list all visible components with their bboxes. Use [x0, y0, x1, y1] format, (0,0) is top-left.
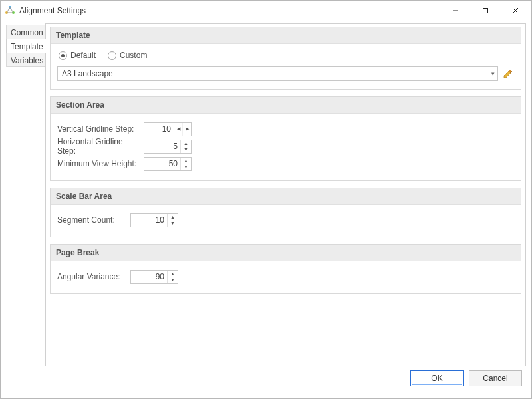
row-vertical-gridline-step: Vertical Gridline Step: 10 ◀ ▶ [57, 120, 514, 138]
edit-template-icon[interactable] [502, 68, 514, 80]
vertical-spinner: ▲ ▼ [167, 214, 178, 227]
dialog-window: Alignment Settings Common Template Varia… [0, 0, 532, 399]
window-title: Alignment Settings [19, 6, 440, 15]
group-template: Template Default Custom [50, 27, 521, 90]
field-value: 10 [144, 124, 174, 134]
group-body: Vertical Gridline Step: 10 ◀ ▶ [51, 114, 521, 180]
spin-right-icon[interactable]: ▶ [182, 123, 191, 136]
svg-line-4 [10, 7, 13, 13]
group-body: Segment Count: 10 ▲ ▼ [51, 205, 521, 237]
row-minimum-view-height: Minimum View Height: 50 ▲ ▼ [57, 155, 514, 172]
cancel-button[interactable]: Cancel [469, 370, 522, 386]
angular-variance-input[interactable]: 90 ▲ ▼ [130, 270, 178, 284]
spin-up-icon[interactable]: ▲ [168, 214, 178, 221]
group-header: Scale Bar Area [51, 188, 521, 205]
template-select[interactable]: A3 Landscape ▾ [57, 66, 498, 81]
field-value: 50 [144, 159, 180, 168]
row-horizontal-gridline-step: Horizontal Gridline Step: 5 ▲ ▼ [57, 138, 514, 155]
ok-button[interactable]: OK [410, 370, 464, 386]
tab-label: Common [11, 28, 43, 37]
chevron-down-icon: ▾ [491, 70, 495, 77]
spin-up-icon[interactable]: ▲ [168, 271, 178, 277]
minimize-button[interactable] [440, 1, 470, 20]
group-body: Default Custom A3 Landscape ▾ [51, 44, 521, 89]
vertical-spinner: ▲ ▼ [167, 271, 178, 283]
tab-common[interactable]: Common [6, 25, 46, 39]
spin-down-icon[interactable]: ▼ [168, 220, 178, 227]
svg-rect-7 [483, 9, 487, 13]
button-label: OK [431, 374, 442, 383]
tab-panel-template: Template Default Custom [45, 23, 526, 366]
horizontal-spinner: ◀ ▶ [174, 123, 191, 136]
dialog-footer: OK Cancel [6, 366, 526, 393]
group-header: Page Break [51, 245, 521, 261]
minimum-view-height-input[interactable]: 50 ▲ ▼ [144, 157, 192, 171]
group-body: Angular Variance: 90 ▲ ▼ [51, 261, 521, 293]
spin-down-icon[interactable]: ▼ [181, 164, 191, 170]
spin-up-icon[interactable]: ▲ [181, 140, 191, 147]
tab-container: Common Template Variables Template D [6, 23, 526, 366]
group-scale-bar-area: Scale Bar Area Segment Count: 10 ▲ ▼ [50, 188, 521, 237]
field-value: 5 [144, 142, 180, 151]
row-angular-variance: Angular Variance: 90 ▲ ▼ [57, 268, 514, 285]
client-area: Common Template Variables Template D [1, 21, 531, 398]
tab-label: Variables [11, 56, 43, 65]
template-combo-row: A3 Landscape ▾ [57, 66, 514, 81]
button-label: Cancel [483, 374, 507, 383]
app-icon [5, 5, 15, 16]
segment-count-input[interactable]: 10 ▲ ▼ [130, 213, 178, 227]
field-label: Angular Variance: [57, 272, 130, 281]
group-header: Section Area [51, 97, 521, 114]
radio-default[interactable]: Default [59, 51, 96, 60]
group-page-break: Page Break Angular Variance: 90 ▲ ▼ [50, 244, 521, 294]
field-label: Vertical Gridline Step: [57, 124, 144, 134]
svg-line-3 [7, 7, 10, 13]
tab-template[interactable]: Template [6, 39, 46, 53]
field-label: Horizontal Gridline Step: [57, 137, 144, 156]
close-button[interactable] [500, 1, 530, 20]
horizontal-gridline-step-input[interactable]: 5 ▲ ▼ [144, 140, 192, 154]
row-segment-count: Segment Count: 10 ▲ ▼ [57, 211, 514, 229]
maximize-button[interactable] [470, 1, 500, 20]
radio-custom[interactable]: Custom [108, 51, 147, 60]
panel-scroll: Template Default Custom [46, 24, 525, 366]
field-value: 10 [131, 215, 167, 225]
side-tabs: Common Template Variables [6, 23, 46, 366]
select-value: A3 Landscape [62, 69, 113, 78]
radio-dot-icon [108, 51, 116, 60]
radio-dot-icon [59, 51, 67, 60]
radio-label: Default [70, 51, 96, 60]
window-controls [440, 1, 530, 20]
spin-down-icon[interactable]: ▼ [168, 277, 178, 283]
spin-down-icon[interactable]: ▼ [181, 146, 191, 153]
vertical-gridline-step-input[interactable]: 10 ◀ ▶ [144, 122, 192, 136]
group-section-area: Section Area Vertical Gridline Step: 10 … [50, 96, 521, 181]
tab-label: Template [11, 42, 43, 51]
vertical-spinner: ▲ ▼ [180, 140, 191, 153]
template-mode-radios: Default Custom [59, 51, 514, 60]
spin-left-icon[interactable]: ◀ [174, 123, 182, 136]
vertical-spinner: ▲ ▼ [180, 158, 191, 170]
titlebar: Alignment Settings [1, 1, 531, 21]
radio-label: Custom [120, 51, 147, 60]
field-label: Segment Count: [57, 215, 130, 225]
spin-up-icon[interactable]: ▲ [181, 158, 191, 164]
group-header: Template [51, 27, 521, 44]
field-value: 90 [131, 272, 167, 281]
tab-variables[interactable]: Variables [6, 53, 46, 67]
field-label: Minimum View Height: [57, 159, 144, 168]
